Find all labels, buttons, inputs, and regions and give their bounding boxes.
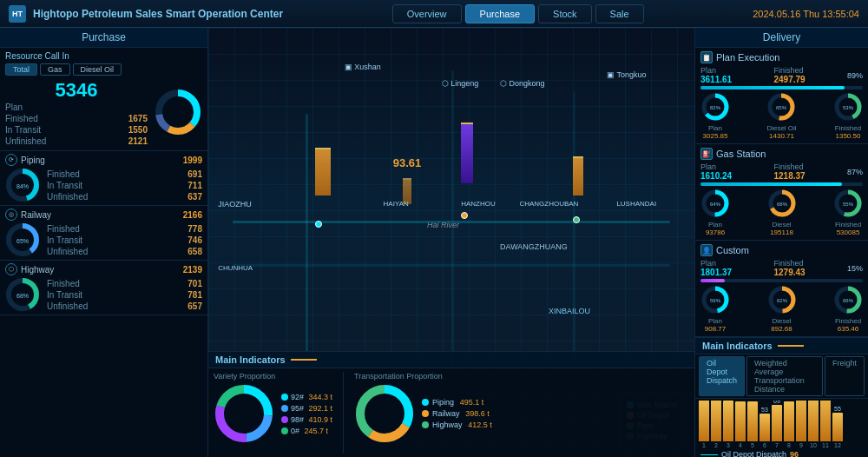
legend-highway-t: Highway 412.5 t [422, 421, 492, 429]
custom-mini-3: 66% Finished 635.46 [833, 285, 863, 333]
legend-piping: Piping 495.1 t [422, 398, 492, 407]
dispatch-line [700, 454, 718, 455]
gas-mini-donuts: 64% Plan 93786 68% Diesel 195118 [700, 189, 863, 236]
custom-percent: 15% [847, 264, 863, 273]
gas-plan-val: 1610.24 [700, 171, 732, 181]
svg-text:64%: 64% [710, 202, 721, 207]
label-tongkuo: ▣ Tongkuo [607, 70, 646, 79]
r-bar-item: 758 [784, 401, 794, 448]
resource-donut [155, 89, 202, 138]
gas-mini-2: 68% Diesel 195118 [767, 189, 797, 236]
legend-92: 92# 344.3 t [281, 393, 332, 401]
tab-purchase[interactable]: Purchase [465, 4, 535, 23]
subtab-oil-depot[interactable]: Oil Depot Dispatch [699, 356, 745, 396]
custom-plan-row: Plan 1801.37 Finished 1279.43 15% [700, 259, 863, 277]
custom-mini-2: 62% Diesel 892.68 [767, 285, 797, 333]
gas-progress-fill [700, 182, 842, 186]
label-92: 92# [291, 393, 304, 401]
resource-tab-diesel[interactable]: Diesel Oil [73, 63, 122, 76]
top-nav: HT Hightopo Petroleum Sales Smart Operat… [0, 0, 868, 28]
label-changzhou: CHANGZHOUBAN [519, 200, 578, 208]
gas-icon: ⛽ [700, 148, 713, 160]
tab-stock[interactable]: Stock [538, 4, 592, 23]
mini-val-1: 3025.85 [700, 132, 730, 140]
transport-proportion: Transportation Proportion [354, 372, 492, 454]
r-bar-item: 536 [760, 407, 770, 448]
variety-title: Variety Proportion [214, 372, 332, 381]
plan-row: Plan 3611.61 Finished 2497.79 89% [700, 66, 863, 84]
cus-mini-val-2: 892.68 [767, 325, 797, 333]
custom-title: 👤 Custom [700, 244, 863, 256]
transport-title: Transportation Proportion [354, 372, 492, 381]
tval-highway: 412.5 t [466, 421, 492, 429]
app-title: Hightopo Petroleum Sales Smart Operation… [33, 8, 283, 20]
legend-railway: Railway 398.6 t [422, 409, 492, 418]
resource-tab-total[interactable]: Total [5, 63, 37, 76]
label-lushan: LUSHANDAI [616, 200, 656, 208]
right-chart-content: 821822783754755536697758969871095115512 [695, 399, 868, 448]
val-95: 292.1 t [306, 404, 332, 413]
label-95: 95# [291, 404, 304, 413]
resource-tabs: Total Gas Diesel Oil [5, 63, 202, 76]
svg-text:59%: 59% [710, 298, 721, 303]
left-panel: Purchase Resource Call In Total Gas Dies… [0, 28, 208, 457]
right-bottom-line [778, 345, 804, 347]
datetime: 2024.05.16 Thu 13:55:04 [753, 9, 859, 19]
gas-station-section: ⛽ Gas Station Plan 1610.24 Finished 1218… [695, 144, 868, 241]
custom-mini-donuts: 59% Plan 908.77 62% Diesel 892.68 [700, 285, 863, 333]
charts-row: Variety Proportion [208, 368, 694, 457]
mini-donut-1: 82% Plan 3025.85 [700, 92, 730, 140]
r-bar-item: 969 [796, 401, 806, 448]
mini-donut-2: 65% Diesel Oil 1430.71 [766, 92, 796, 140]
r-bar-item: 8710 [808, 401, 819, 448]
highway-section: ⬡ Highway 2139 68% Finished701 In Transi… [0, 261, 207, 315]
tab-overview[interactable]: Overview [392, 4, 462, 23]
tdot-highway [422, 421, 429, 428]
left-panel-header: Purchase [0, 28, 207, 48]
highway-label: Highway [21, 265, 54, 275]
legend-98: 98# 410.9 t [281, 415, 332, 424]
plan-execution-section: 📋 Plan Execution Plan 3611.61 Finished 2… [695, 48, 868, 144]
custom-progress-fill [700, 279, 725, 282]
plan-title: Plan Execution [716, 52, 779, 63]
mini-donut-3: 53% Finished 1350.50 [833, 92, 863, 140]
gas-title: Gas Station [716, 149, 766, 159]
custom-progress [700, 279, 863, 282]
resource-tab-gas[interactable]: Gas [40, 63, 70, 76]
right-bar-area: 821822783754755536697758969871095115512 [699, 401, 865, 448]
bottom-left-title: Main Indicators [215, 354, 286, 365]
subtab-weighted[interactable]: Weighted Average Transportation Distance [746, 356, 823, 396]
right-panel: Delivery 📋 Plan Execution Plan 3611.61 F… [694, 28, 868, 457]
r-bar-item: 697 [772, 401, 782, 448]
resource-total: 5346 [5, 79, 148, 102]
plan-icon: 📋 [700, 51, 713, 63]
tab-sale[interactable]: Sale [595, 4, 644, 23]
gas-mini-val-1: 93786 [700, 228, 730, 236]
transport-donut-svg [354, 383, 415, 444]
label-hanzhou: HANZHOU [461, 200, 496, 208]
map-value: 93.61 [393, 156, 422, 169]
piping-donut: 84% [5, 168, 40, 202]
subtab-freight[interactable]: Freight [825, 356, 865, 396]
bar-right [573, 156, 583, 195]
railway-icon: ◎ [5, 209, 17, 221]
r-bar-item: 783 [723, 401, 733, 448]
svg-text:84%: 84% [16, 183, 29, 189]
svg-text:68%: 68% [16, 293, 29, 299]
tlabel-piping: Piping [432, 398, 454, 407]
r-bar-item: 755 [747, 401, 758, 448]
svg-text:68%: 68% [776, 202, 787, 207]
highway-donut: 68% [5, 277, 40, 312]
custom-mini-1: 59% Plan 908.77 [700, 285, 730, 333]
label-jiaozhu: JIAOZHU [218, 200, 252, 209]
svg-text:53%: 53% [843, 105, 854, 110]
variety-legend: 92# 344.3 t 95# 292.1 t [281, 393, 332, 435]
gas-percent: 87% [847, 168, 863, 176]
r-bar-item: 5512 [832, 406, 843, 448]
tdot-railway [422, 410, 429, 417]
bottom-left-panel: Main Indicators Variety Proportion [208, 352, 694, 457]
label-98: 98# [291, 415, 304, 424]
right-bottom-chart: Main Indicators Oil Depot Dispatch Weigh… [695, 337, 868, 457]
legend-0: 0# 245.7 t [281, 427, 332, 435]
val-92: 344.3 t [306, 393, 332, 401]
